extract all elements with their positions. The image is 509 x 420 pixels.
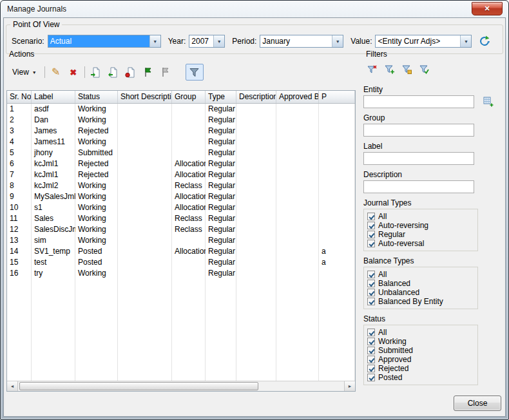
label-filter-input[interactable]	[363, 152, 474, 165]
checkbox-row[interactable]: Regular	[367, 230, 477, 239]
description-filter-input[interactable]	[363, 180, 474, 193]
checkbox-icon[interactable]	[367, 289, 375, 296]
column-header[interactable]: Status	[75, 91, 118, 103]
checkbox-icon[interactable]	[367, 222, 375, 229]
checkbox-icon[interactable]	[367, 329, 375, 336]
approve-flag-icon[interactable]	[142, 66, 155, 79]
scroll-left-button[interactable]: ◄	[7, 381, 18, 391]
delete-journal-icon[interactable]: ✖	[67, 66, 80, 79]
edit-journal-icon[interactable]: ✎	[50, 66, 62, 79]
value-value: <Entity Curr Adjs>	[376, 35, 460, 47]
table-row[interactable]: 4James11WorkingRegular	[7, 137, 355, 148]
grid-rows: 1asdfWorkingRegular2DanWorkingRegular3Ja…	[7, 104, 355, 381]
checkbox-icon[interactable]	[367, 240, 375, 247]
scenario-dropdown[interactable]: Actual ▼	[48, 35, 161, 48]
table-row[interactable]: 15testPostedRegulara	[7, 257, 355, 268]
table-row[interactable]: 2DanWorkingRegular	[7, 115, 355, 126]
table-row[interactable]: 8kcJml2WorkingReclassRegular	[7, 180, 355, 191]
table-cell: Regular	[206, 268, 236, 279]
column-header[interactable]: Type	[206, 91, 236, 103]
checkbox-icon[interactable]	[367, 298, 375, 305]
checkbox-icon[interactable]	[367, 338, 375, 345]
table-row[interactable]: 7kcJml1RejectedAllocationRegular	[7, 169, 355, 180]
table-cell	[172, 268, 206, 279]
group-filter-input[interactable]	[363, 124, 474, 137]
table-row[interactable]: 6kcJml1RejectedAllocationRegular	[7, 158, 355, 169]
period-dropdown[interactable]: January ▼	[260, 35, 343, 48]
scrollbar-thumb[interactable]	[19, 382, 258, 390]
checkbox-icon[interactable]	[367, 374, 375, 381]
checkbox-icon[interactable]	[367, 271, 375, 278]
checkbox-row[interactable]: All	[367, 270, 477, 279]
entity-filter-input[interactable]	[363, 95, 474, 108]
checkbox-row[interactable]: Approved	[367, 355, 477, 364]
table-row[interactable]: 11SalesWorkingReclassRegular	[7, 213, 355, 224]
chevron-down-icon[interactable]: ▼	[460, 35, 471, 47]
chevron-down-icon[interactable]: ▼	[332, 35, 343, 47]
checkbox-icon[interactable]	[367, 213, 375, 220]
checkbox-row[interactable]: All	[367, 212, 477, 221]
apply-filter-icon[interactable]	[418, 63, 431, 76]
scroll-right-button[interactable]: ►	[344, 381, 355, 391]
column-header[interactable]: P	[319, 91, 355, 103]
table-row[interactable]: 13simWorkingRegular	[7, 235, 355, 246]
checkbox-icon[interactable]	[367, 356, 375, 363]
add-filter-icon[interactable]	[383, 63, 396, 76]
checkbox-icon[interactable]	[367, 231, 375, 238]
edit-filter-icon[interactable]	[401, 63, 414, 76]
table-row[interactable]: 12SalesDiscJmlWorkingReclassRegular	[7, 224, 355, 235]
checkbox-row[interactable]: All	[367, 328, 477, 337]
value-dropdown[interactable]: <Entity Curr Adjs> ▼	[375, 35, 472, 48]
column-header[interactable]: Group	[172, 91, 206, 103]
checkbox-row[interactable]: Balanced	[367, 279, 477, 288]
checkbox-icon[interactable]	[367, 280, 375, 287]
post-journal-icon[interactable]	[107, 66, 120, 79]
group-filter-label: Group	[363, 113, 494, 122]
filter-icon[interactable]	[186, 64, 204, 81]
year-dropdown[interactable]: 2007 ▼	[189, 35, 225, 48]
checkbox-row[interactable]: Rejected	[367, 364, 477, 373]
checkbox-row[interactable]: Posted	[367, 373, 477, 382]
table-row[interactable]: 3JamesRejectedRegular	[7, 126, 355, 137]
unpost-journal-icon[interactable]	[124, 66, 137, 79]
horizontal-scrollbar[interactable]: ◄ ►	[7, 381, 355, 391]
column-header[interactable]: Label	[32, 91, 75, 103]
checkbox-row[interactable]: Unbalanced	[367, 288, 477, 297]
table-cell: Allocation	[172, 191, 206, 202]
table-cell	[118, 115, 172, 126]
table-row[interactable]: 16tryWorkingRegular	[7, 268, 355, 279]
table-row[interactable]: 5jhonySubmittedRegular	[7, 148, 355, 158]
close-button[interactable]: Close	[454, 396, 501, 411]
scrollbar-track[interactable]	[18, 381, 344, 391]
chevron-down-icon[interactable]: ▼	[213, 35, 224, 47]
table-row[interactable]: 14SV1_tempPostedAllocationRegulara	[7, 246, 355, 257]
reject-flag-icon[interactable]	[159, 66, 172, 79]
checkbox-row[interactable]: Submitted	[367, 346, 477, 355]
window-close-button[interactable]: ✕	[472, 2, 503, 15]
column-header[interactable]: Sr. No.	[7, 91, 32, 103]
column-header[interactable]: Short Description	[118, 91, 172, 103]
reset-filter-icon[interactable]	[366, 63, 379, 76]
checkbox-row[interactable]: Auto-reversal	[367, 239, 477, 248]
column-header[interactable]: Approved By	[276, 91, 319, 103]
filters-panel: Entity Group Label Description Journal T…	[363, 76, 494, 385]
column-header[interactable]: Description	[236, 91, 276, 103]
view-menu-button[interactable]: View ▼	[9, 66, 40, 79]
checkbox-icon[interactable]	[367, 347, 375, 354]
chevron-down-icon[interactable]: ▼	[149, 35, 160, 47]
table-cell: s1	[32, 202, 75, 213]
checkbox-row[interactable]: Working	[367, 337, 477, 346]
table-cell	[236, 257, 276, 268]
checkbox-icon[interactable]	[367, 365, 375, 372]
table-row[interactable]: 9MySalesJmlWorkingAllocationRegular	[7, 191, 355, 202]
refresh-icon[interactable]	[477, 34, 492, 48]
entity-picker-icon[interactable]	[483, 97, 494, 108]
table-row[interactable]: 1asdfWorkingRegular	[7, 104, 355, 115]
table-row[interactable]: 10s1WorkingAllocationRegular	[7, 202, 355, 213]
checkbox-row[interactable]: Balanced By Entity	[367, 297, 477, 306]
table-cell: asdf	[32, 104, 75, 115]
table-cell: Working	[75, 224, 118, 235]
submit-journal-icon[interactable]	[90, 66, 102, 79]
checkbox-row[interactable]: Auto-reversing	[367, 221, 477, 230]
titlebar[interactable]: Manage Journals	[1, 1, 508, 17]
